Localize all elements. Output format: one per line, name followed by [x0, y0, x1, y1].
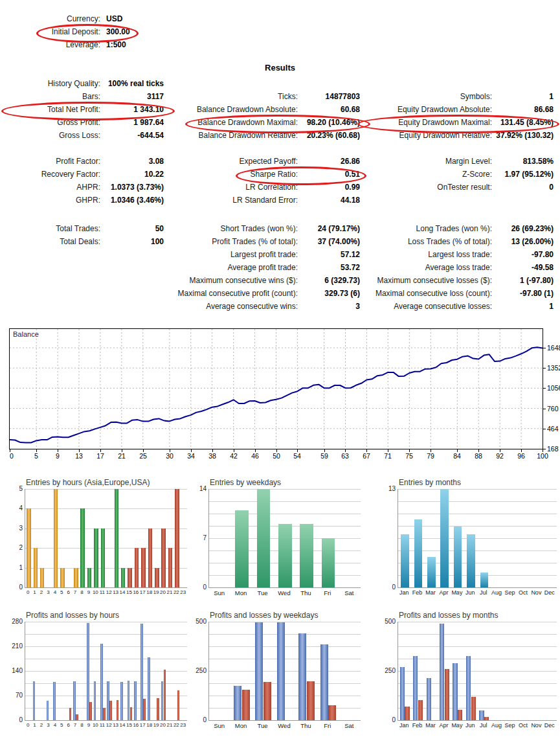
stat-value: 3 [298, 300, 360, 313]
bar [157, 698, 159, 720]
stat-value: -49.58 [492, 261, 554, 274]
x-axis-tick: 13 [112, 589, 118, 595]
balance-y-tick: 1352 [547, 364, 560, 372]
x-axis-tick: 18 [146, 589, 153, 595]
balance-x-tick: 0 [10, 452, 14, 460]
bar [27, 508, 31, 587]
balance-x-tick: 46 [251, 452, 259, 460]
stat-value: 1.0346 (3.46%) [100, 194, 164, 207]
stat-label: Long Trades (won %): [360, 222, 492, 235]
bar [109, 701, 112, 720]
x-axis-tick: Jun [464, 589, 476, 596]
bar [440, 624, 444, 720]
balance-plot-area: Balance [9, 328, 543, 449]
stat-value: 100 [100, 235, 164, 248]
x-axis-tick: 23 [180, 722, 186, 728]
x-axis-tick: 10 [92, 589, 98, 595]
stat-value: 44.18 [298, 194, 360, 207]
stat-value: -97.80 [492, 248, 554, 261]
stat-value: 26.86 [298, 155, 360, 168]
stat-value: -644.54 [100, 129, 164, 142]
bar [94, 681, 96, 720]
x-axis-tick: Sat [339, 722, 360, 729]
stat-label: Symbols: [360, 90, 492, 103]
stats-block-trades: Total Trades:50Short Trades (won %):24 (… [0, 222, 554, 313]
stat-value: 50 [100, 222, 164, 235]
stat-label: OnTester result: [360, 181, 492, 194]
y-axis-tick: 7 [193, 534, 207, 541]
x-axis-tick: Jun [464, 722, 476, 729]
balance-x-tick: 63 [341, 452, 349, 460]
x-axis-tick: Mar [424, 722, 437, 729]
balance-x-tick: 100 [537, 452, 548, 460]
bar [177, 690, 180, 720]
stat-label [0, 300, 100, 313]
bar [134, 681, 137, 720]
x-axis-tick: Jul [477, 589, 490, 596]
stat-label: Margin Level: [360, 155, 492, 168]
stat-label: Maximal consecutive loss (count): [360, 287, 492, 300]
x-axis-tick: Sat [339, 589, 360, 596]
x-axis-tick: Apr [437, 589, 450, 596]
stat-label: AHPR: [0, 181, 100, 194]
bar [54, 489, 58, 587]
y-axis-tick: 0 [193, 584, 207, 591]
stat-value: 1 (-97.80) [492, 274, 554, 287]
x-axis-tick: 8 [78, 722, 85, 728]
stat-value [100, 287, 164, 300]
x-axis-tick: 3 [45, 589, 51, 595]
bar [143, 699, 146, 720]
y-axis-tick: 0 [382, 584, 396, 591]
stat-label: Average consecutive wins: [164, 300, 298, 313]
stat-label [164, 77, 298, 90]
initial-deposit-label: Initial Deposit: [0, 25, 100, 38]
stat-value: 1 [492, 90, 554, 103]
bar [175, 489, 179, 587]
x-axis-tick: Sun [208, 589, 230, 596]
stat-label: Maximal consecutive profit (count): [164, 287, 298, 300]
stat-value: 37.92% (130.32) [492, 129, 554, 142]
x-axis-tick: Jan [398, 589, 410, 596]
balance-chart: Balance168464760105613521648059131721253… [9, 328, 560, 466]
x-axis-tick: Apr [437, 722, 450, 729]
balance-x-tick: 5 [34, 452, 38, 460]
stat-label: GHPR: [0, 194, 100, 207]
x-axis-tick: 17 [139, 722, 146, 728]
stat-label [0, 274, 100, 287]
stat-label [360, 194, 492, 207]
x-axis-tick: 11 [99, 589, 106, 595]
bar [117, 700, 119, 720]
bar [53, 682, 56, 720]
bar [80, 508, 85, 587]
bar [242, 690, 250, 720]
x-axis-tick: 6 [65, 722, 72, 728]
bar [458, 710, 462, 720]
bar [400, 667, 405, 720]
y-axis-tick: 250 [193, 667, 207, 674]
balance-y-tick: 1056 [547, 384, 560, 392]
chart-title: Entries by hours (Asia,Europe,USA) [26, 478, 150, 487]
balance-x-tick: 38 [208, 452, 216, 460]
bar [121, 568, 126, 587]
balance-y-tick: 168 [547, 445, 559, 453]
y-axis-tick: 5 [9, 485, 23, 492]
x-axis-tick: Jan [398, 722, 410, 729]
chart-title: Profits and losses by months [399, 611, 498, 620]
stat-value: 3.08 [100, 155, 164, 168]
bar [76, 714, 78, 720]
y-axis-tick: 0 [9, 584, 23, 591]
stat-label: Balance Drawdown Absolute: [164, 103, 298, 116]
balance-y-tick: 760 [547, 405, 559, 413]
stat-value [492, 77, 554, 90]
balance-x-tick: 71 [384, 452, 392, 460]
x-axis-tick: 2 [38, 722, 45, 728]
x-axis-tick: 10 [92, 722, 98, 728]
y-axis-tick: 1 [9, 564, 23, 571]
stat-value: 37 (74.00%) [298, 235, 360, 248]
x-axis-tick: 12 [106, 722, 112, 728]
x-axis-tick: Fri [317, 589, 338, 596]
y-axis-tick: 280 [9, 618, 23, 625]
balance-x-tick: 17 [96, 452, 104, 460]
stat-label: Average loss trade: [360, 261, 492, 274]
stat-value: -97.80 (1) [492, 287, 554, 300]
